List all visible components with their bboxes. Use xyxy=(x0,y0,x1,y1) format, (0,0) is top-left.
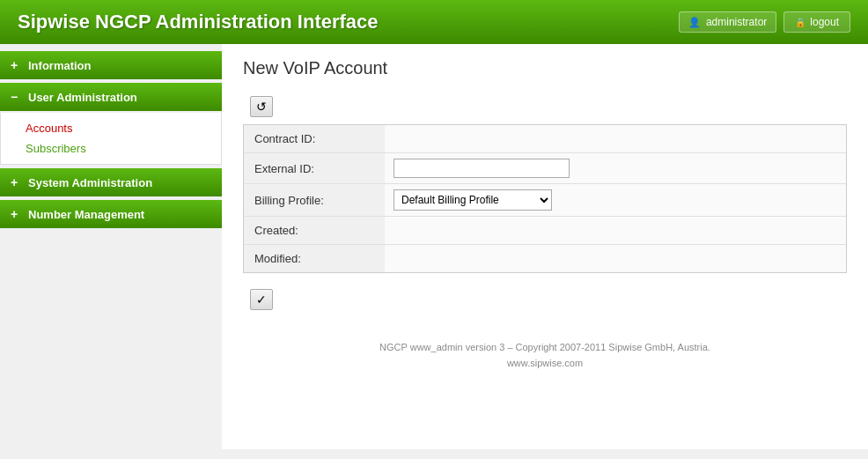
form-top-actions: ↺ xyxy=(243,89,847,124)
user-display: administrator xyxy=(679,11,776,33)
sidebar-label-user-administration: User Administration xyxy=(28,91,137,104)
value-created xyxy=(385,217,846,245)
value-billing-profile: Default Billing Profile xyxy=(385,184,846,217)
logout-button[interactable]: logout xyxy=(783,11,850,33)
toggle-icon-number-management: + xyxy=(11,207,23,221)
form-bottom-actions: ✓ xyxy=(243,273,847,326)
header: Sipwise NGCP Administration Interface ad… xyxy=(0,0,868,44)
sidebar-expanded-user-admin: Accounts Subscribers xyxy=(0,113,222,165)
sidebar-section-user-admin: − User Administration Accounts Subscribe… xyxy=(0,83,222,165)
toggle-icon-user-admin: − xyxy=(11,90,23,104)
logout-label: logout xyxy=(810,16,839,28)
value-modified xyxy=(385,245,846,273)
sidebar-section-number-management: + Number Management xyxy=(0,200,222,228)
toggle-icon-system-admin: + xyxy=(11,175,23,189)
label-contract-id: Contract ID: xyxy=(244,125,385,153)
external-id-input[interactable] xyxy=(394,159,570,178)
sidebar-label-system-administration: System Administration xyxy=(28,176,152,189)
user-icon xyxy=(688,16,701,28)
layout: + Information − User Administration Acco… xyxy=(0,44,868,449)
value-external-id xyxy=(385,153,846,184)
main-content: New VoIP Account ↺ Contract ID: External… xyxy=(222,44,868,449)
reset-button[interactable]: ↺ xyxy=(250,96,273,117)
form-table: Contract ID: External ID: Billing Profil… xyxy=(244,125,846,272)
sidebar-label-number-management: Number Management xyxy=(28,208,144,221)
username-label: administrator xyxy=(706,16,767,28)
footer-line1: NGCP www_admin version 3 – Copyright 200… xyxy=(257,340,833,356)
sidebar-item-system-administration[interactable]: + System Administration xyxy=(0,168,222,196)
sidebar-section-information: + Information xyxy=(0,51,222,79)
value-contract-id xyxy=(385,125,846,153)
sidebar-item-user-administration[interactable]: − User Administration xyxy=(0,83,222,111)
sidebar-link-accounts[interactable]: Accounts xyxy=(1,118,221,138)
billing-profile-select[interactable]: Default Billing Profile xyxy=(394,189,552,211)
form-container: Contract ID: External ID: Billing Profil… xyxy=(243,124,847,273)
footer: NGCP www_admin version 3 – Copyright 200… xyxy=(243,326,847,385)
table-row: Contract ID: xyxy=(244,125,846,153)
sidebar-item-number-management[interactable]: + Number Management xyxy=(0,200,222,228)
label-billing-profile: Billing Profile: xyxy=(244,184,385,217)
check-icon: ✓ xyxy=(256,292,267,307)
sidebar-link-subscribers[interactable]: Subscribers xyxy=(1,138,221,159)
sidebar-item-information[interactable]: + Information xyxy=(0,51,222,79)
sidebar-label-information: Information xyxy=(28,59,92,72)
table-row: Billing Profile: Default Billing Profile xyxy=(244,184,846,217)
table-row: Created: xyxy=(244,217,846,245)
reset-icon: ↺ xyxy=(256,100,267,114)
sidebar-section-system-admin: + System Administration xyxy=(0,168,222,196)
page-title: New VoIP Account xyxy=(243,58,847,78)
submit-button[interactable]: ✓ xyxy=(250,289,273,310)
toggle-icon-information: + xyxy=(11,58,23,72)
table-row: External ID: xyxy=(244,153,846,184)
sidebar: + Information − User Administration Acco… xyxy=(0,44,222,449)
label-created: Created: xyxy=(244,217,385,245)
label-external-id: External ID: xyxy=(244,153,385,184)
footer-line2: www.sipwise.com xyxy=(257,356,833,372)
label-modified: Modified: xyxy=(244,245,385,273)
table-row: Modified: xyxy=(244,245,846,273)
header-right: administrator logout xyxy=(679,11,850,33)
lock-icon xyxy=(795,16,805,28)
app-title: Sipwise NGCP Administration Interface xyxy=(18,11,379,33)
